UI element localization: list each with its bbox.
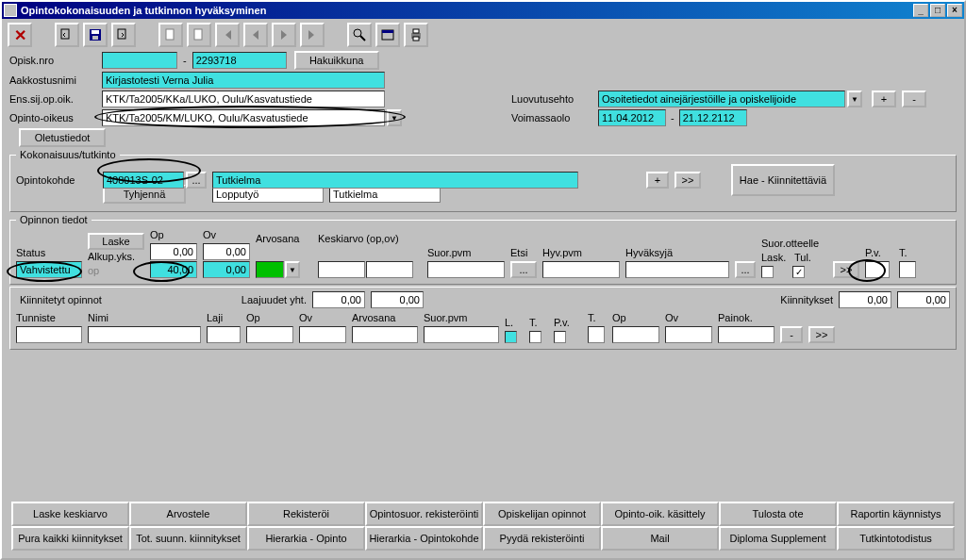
arvosana-dropdown[interactable]: ▼: [285, 261, 300, 278]
opinto-oikeus-field[interactable]: [102, 109, 385, 126]
hyvaksyja-dots[interactable]: ...: [735, 261, 756, 278]
tool-doc-1[interactable]: [158, 23, 183, 47]
bottom-r1-0[interactable]: Laske keskiarvo: [11, 502, 129, 526]
toolbar: ✕: [2, 19, 964, 49]
save-icon[interactable]: [83, 23, 108, 47]
bottom-r2-3[interactable]: Hierarkia - Opintokohde: [365, 526, 483, 551]
kp-arvosana[interactable]: [352, 326, 418, 343]
bottom-r1-1[interactable]: Arvostele: [129, 502, 247, 526]
bottom-r2-6[interactable]: Diploma Supplement: [719, 526, 837, 551]
kp-t2-h: T.: [588, 312, 607, 325]
tul-checkbox[interactable]: ✓: [792, 266, 805, 278]
kiin2-field[interactable]: [897, 291, 950, 308]
tool-nav-1[interactable]: [55, 23, 79, 47]
opintokohde-dots[interactable]: ...: [186, 172, 207, 189]
kp-painok-h: Painok.: [718, 312, 774, 325]
hae-button[interactable]: Hae - Kiinnitettäviä: [731, 164, 835, 196]
keski-ov[interactable]: [366, 261, 413, 278]
search-icon[interactable]: [347, 23, 372, 47]
hakuikkuna-button[interactable]: Hakuikkuna: [294, 51, 379, 70]
luovutus-plus-button[interactable]: +: [872, 91, 896, 107]
voimassaolo-from[interactable]: [598, 109, 666, 126]
kiin1-field[interactable]: [839, 291, 891, 308]
bottom-r2-2[interactable]: Hierarkia - Opinto: [247, 526, 365, 551]
kp-next[interactable]: >>: [808, 326, 835, 343]
kp-t2[interactable]: [588, 326, 605, 343]
laaj1-field[interactable]: [312, 291, 365, 308]
maximize-button[interactable]: □: [930, 4, 945, 17]
tool-next-icon[interactable]: [272, 23, 296, 47]
tool-last-icon[interactable]: [300, 23, 325, 47]
op-field[interactable]: [150, 261, 197, 278]
etsi-dots[interactable]: ...: [510, 261, 537, 278]
opinto-oikeus-dropdown[interactable]: ▼: [387, 109, 402, 126]
svg-rect-0: [61, 29, 69, 39]
kok-plus-button[interactable]: +: [646, 172, 669, 189]
kp-t-chk[interactable]: [529, 331, 541, 343]
keski-op[interactable]: [318, 261, 365, 278]
status-field[interactable]: [16, 261, 82, 278]
close-button[interactable]: ×: [947, 4, 962, 17]
bottom-r2-0[interactable]: Pura kaikki kiinnitykset: [11, 526, 129, 551]
kp-pv-chk[interactable]: [554, 331, 566, 343]
svg-line-8: [360, 36, 365, 41]
laaj2-field[interactable]: [371, 291, 424, 308]
hyvpvm-field[interactable]: [542, 261, 620, 278]
bottom-r1-4[interactable]: Opiskelijan opinnot: [483, 502, 601, 526]
kp-tunniste[interactable]: [16, 326, 82, 343]
kp-nimi[interactable]: [88, 326, 201, 343]
bottom-r2-7[interactable]: Tutkintotodistus: [837, 526, 955, 551]
bottom-r1-2[interactable]: Rekisteröi: [247, 502, 365, 526]
pv-field[interactable]: [865, 261, 890, 278]
opisk-nro-field-1[interactable]: [102, 52, 177, 69]
luovutusehto-field[interactable]: [598, 91, 845, 107]
bottom-r2-1[interactable]: Tot. suunn. kiinnitykset: [129, 526, 247, 551]
op-next-button[interactable]: >>: [833, 261, 859, 278]
tool-doc-2[interactable]: [187, 23, 211, 47]
luovutus-minus-button[interactable]: -: [902, 91, 926, 107]
kp-op2[interactable]: [612, 326, 659, 343]
opintokohde-name[interactable]: [212, 172, 578, 189]
tool-nav-2[interactable]: [111, 23, 136, 47]
tool-window-icon[interactable]: [375, 23, 400, 47]
minimize-button[interactable]: _: [913, 4, 928, 17]
svg-rect-13: [413, 37, 419, 41]
tool-prev-icon[interactable]: [243, 23, 268, 47]
titlebar: Opintokokonaisuuden ja tutkinnon hyväksy…: [2, 2, 964, 19]
kp-op[interactable]: [246, 326, 293, 343]
bottom-r1-5[interactable]: Opinto-oik. käsittely: [601, 502, 719, 526]
ov2-field[interactable]: [203, 261, 250, 278]
bottom-r1-7[interactable]: Raportin käynnistys: [837, 502, 955, 526]
oletustiedot-button[interactable]: Oletustiedot: [19, 128, 106, 147]
kp-l-chk[interactable]: [505, 331, 517, 343]
alkup-field[interactable]: [150, 243, 197, 260]
bottom-r2-4[interactable]: Pyydä rekisteröinti: [483, 526, 601, 551]
hyvaksyja-field[interactable]: [625, 261, 729, 278]
ov1-field[interactable]: [203, 243, 250, 260]
kp-minus[interactable]: -: [780, 326, 803, 343]
opintokohde-code[interactable]: [103, 172, 184, 189]
opisk-nro-field-2[interactable]: [192, 52, 287, 69]
close-icon[interactable]: ✕: [8, 23, 32, 47]
kok-next-button[interactable]: >>: [675, 172, 701, 189]
laske-button[interactable]: Laske: [88, 233, 144, 250]
kp-ov2[interactable]: [665, 326, 712, 343]
luovutusehto-dropdown[interactable]: ▼: [847, 91, 862, 107]
arvosana-field[interactable]: [256, 261, 284, 278]
ens-field[interactable]: [102, 91, 385, 107]
kp-ov[interactable]: [299, 326, 346, 343]
bottom-r1-3[interactable]: Opintosuor. rekisteröinti: [365, 502, 483, 526]
lask-checkbox[interactable]: [761, 266, 774, 278]
print-icon[interactable]: [404, 23, 428, 47]
kp-painok[interactable]: [718, 326, 774, 343]
kp-suorpvm[interactable]: [424, 326, 499, 343]
bottom-r2-5[interactable]: Mail: [601, 526, 719, 551]
bottom-r1-6[interactable]: Tulosta ote: [719, 502, 837, 526]
suorpvm-field[interactable]: [427, 261, 505, 278]
kp-laji[interactable]: [207, 326, 241, 343]
tool-first-icon[interactable]: [215, 23, 240, 47]
voimassaolo-to[interactable]: [679, 109, 747, 126]
aakkostusnimi-field[interactable]: [102, 72, 385, 89]
t-field[interactable]: [899, 261, 916, 278]
suorpvm-header: Suor.pvm: [427, 247, 505, 260]
